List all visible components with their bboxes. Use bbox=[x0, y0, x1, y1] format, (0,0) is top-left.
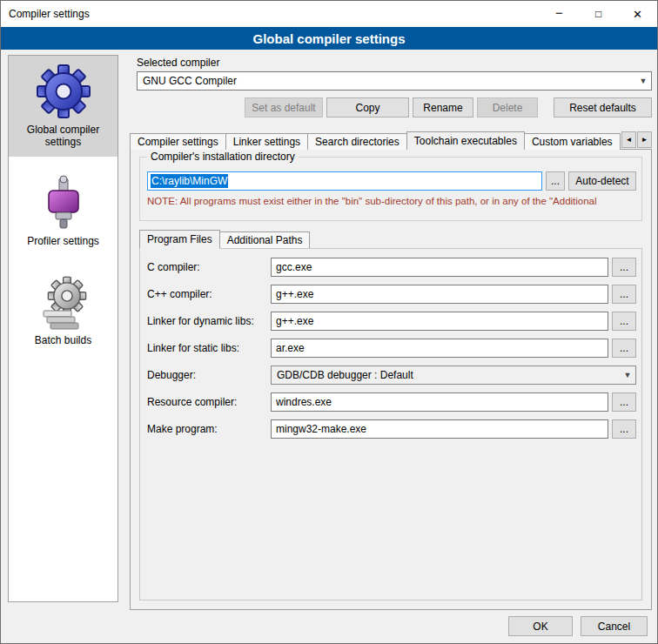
browse-resource-compiler-button[interactable]: ... bbox=[612, 392, 636, 412]
field-row-resource-compiler: Resource compiler: ... bbox=[147, 392, 636, 412]
browse-cpp-compiler-button[interactable]: ... bbox=[612, 285, 636, 304]
sidebar-item-label: Profiler settings bbox=[11, 233, 115, 247]
tab-compiler-settings[interactable]: Compiler settings bbox=[130, 133, 226, 150]
resource-compiler-input[interactable] bbox=[271, 392, 608, 412]
tab-scroll-left-button[interactable]: ◄ bbox=[621, 131, 636, 148]
copy-button[interactable]: Copy bbox=[326, 97, 409, 117]
dynamic-linker-label: Linker for dynamic libs: bbox=[147, 312, 254, 331]
selected-compiler-label: Selected compiler bbox=[137, 57, 219, 69]
installation-directory-input[interactable]: C:\raylib\MinGW bbox=[147, 171, 542, 191]
compiler-select-value: GNU GCC Compiler bbox=[143, 75, 635, 87]
maximize-button[interactable]: □ bbox=[579, 1, 618, 27]
cpp-compiler-input[interactable] bbox=[271, 285, 608, 304]
close-button[interactable]: ✕ bbox=[618, 1, 657, 27]
browse-dynamic-linker-button[interactable]: ... bbox=[612, 312, 636, 331]
sidebar-item-profiler-settings[interactable]: Profiler settings bbox=[9, 167, 118, 256]
tab-toolchain-executables[interactable]: Toolchain executables bbox=[406, 131, 525, 150]
reset-defaults-button[interactable]: Reset defaults bbox=[554, 97, 652, 117]
browse-make-program-button[interactable]: ... bbox=[612, 419, 636, 439]
make-program-label: Make program: bbox=[147, 419, 218, 439]
titlebar[interactable]: Compiler settings − □ ✕ bbox=[1, 1, 657, 27]
chevron-down-icon: ▼ bbox=[620, 371, 635, 379]
program-files-tabstrip: Program Files Additional Paths bbox=[139, 230, 309, 248]
auto-detect-button[interactable]: Auto-detect bbox=[568, 171, 636, 191]
sidebar-item-batch-builds[interactable]: Batch builds bbox=[9, 266, 118, 355]
field-row-c-compiler: C compiler: ... bbox=[147, 258, 636, 277]
installation-directory-value: C:\raylib\MinGW bbox=[151, 174, 228, 188]
tab-scroll-right-button[interactable]: ► bbox=[637, 131, 652, 148]
bin-subdirectory-note: NOTE: All programs must exist either in … bbox=[147, 196, 641, 206]
close-icon: ✕ bbox=[633, 8, 642, 21]
subtab-additional-paths[interactable]: Additional Paths bbox=[219, 231, 311, 248]
cancel-button[interactable]: Cancel bbox=[581, 616, 648, 636]
browse-static-linker-button[interactable]: ... bbox=[612, 339, 636, 358]
installation-directory-group: Compiler's installation directory C:\ray… bbox=[139, 157, 642, 221]
field-row-cpp-compiler: C++ compiler: ... bbox=[147, 285, 636, 304]
dynamic-linker-input[interactable] bbox=[271, 312, 608, 331]
tab-scroll-buttons: ◄ ► bbox=[621, 131, 652, 148]
compiler-actions: Set as default Copy Rename Delete Reset … bbox=[137, 97, 652, 117]
tab-search-directories[interactable]: Search directories bbox=[307, 133, 407, 150]
field-row-static-linker: Linker for static libs: ... bbox=[147, 339, 636, 358]
minimize-button[interactable]: − bbox=[540, 1, 579, 27]
ok-button[interactable]: OK bbox=[508, 616, 573, 636]
dialog-footer: OK Cancel bbox=[508, 616, 648, 636]
field-row-dynamic-linker: Linker for dynamic libs: ... bbox=[147, 312, 636, 331]
sidebar-item-label: Global compiler settings bbox=[11, 122, 115, 148]
maximize-icon: □ bbox=[595, 8, 601, 20]
gear-blue-icon bbox=[11, 61, 115, 122]
debugger-select[interactable]: GDB/CDB debugger : Default ▼ bbox=[271, 366, 636, 385]
static-linker-input[interactable] bbox=[271, 339, 608, 358]
static-linker-label: Linker for static libs: bbox=[147, 339, 239, 358]
settings-tabstrip: Compiler settings Linker settings Search… bbox=[130, 131, 652, 150]
cpp-compiler-label: C++ compiler: bbox=[147, 285, 212, 304]
tab-linker-settings[interactable]: Linker settings bbox=[225, 133, 308, 150]
settings-category-sidebar: Global compiler settings Profiler bbox=[8, 55, 118, 602]
sidebar-item-label: Batch builds bbox=[11, 332, 115, 346]
field-row-make-program: Make program: ... bbox=[147, 419, 636, 439]
tab-build-options[interactable]: Buil bbox=[620, 133, 621, 150]
set-as-default-button: Set as default bbox=[245, 97, 323, 117]
subtab-program-files[interactable]: Program Files bbox=[139, 230, 220, 249]
browse-c-compiler-button[interactable]: ... bbox=[612, 258, 636, 277]
compiler-select[interactable]: GNU GCC Compiler ▼ bbox=[137, 71, 652, 91]
c-compiler-input[interactable] bbox=[271, 258, 608, 277]
debugger-select-value: GDB/CDB debugger : Default bbox=[277, 369, 620, 381]
installation-directory-row: C:\raylib\MinGW ... Auto-detect bbox=[147, 171, 636, 191]
compiler-settings-dialog: Compiler settings − □ ✕ Global compiler … bbox=[0, 0, 658, 644]
minimize-icon: − bbox=[555, 5, 563, 20]
rename-button[interactable]: Rename bbox=[413, 97, 473, 117]
toolchain-executables-panel: Compiler's installation directory C:\ray… bbox=[130, 149, 652, 610]
make-program-input[interactable] bbox=[271, 419, 608, 439]
page-title: Global compiler settings bbox=[1, 27, 657, 50]
browse-directory-button[interactable]: ... bbox=[546, 171, 565, 191]
arrow-right-icon: ► bbox=[641, 136, 648, 144]
debugger-label: Debugger: bbox=[147, 366, 196, 385]
field-row-debugger: Debugger: GDB/CDB debugger : Default ▼ bbox=[147, 366, 636, 385]
tabs-scroll-area: Compiler settings Linker settings Search… bbox=[130, 131, 621, 150]
tab-custom-variables[interactable]: Custom variables bbox=[524, 133, 621, 150]
sidebar-item-global-compiler-settings[interactable]: Global compiler settings bbox=[9, 56, 118, 157]
c-compiler-label: C compiler: bbox=[147, 258, 200, 277]
arrow-left-icon: ◄ bbox=[626, 136, 633, 144]
installation-directory-group-title: Compiler's installation directory bbox=[147, 151, 299, 163]
delete-button: Delete bbox=[477, 97, 538, 117]
resource-compiler-label: Resource compiler: bbox=[147, 392, 237, 412]
program-files-panel: C compiler: ... C++ compiler: ... Linker… bbox=[139, 248, 642, 600]
window-title: Compiler settings bbox=[1, 8, 90, 20]
chevron-down-icon: ▼ bbox=[635, 77, 651, 85]
gray-gear-stack-icon bbox=[11, 272, 115, 332]
profiler-tool-icon bbox=[11, 172, 115, 233]
window-controls: − □ ✕ bbox=[540, 1, 657, 27]
